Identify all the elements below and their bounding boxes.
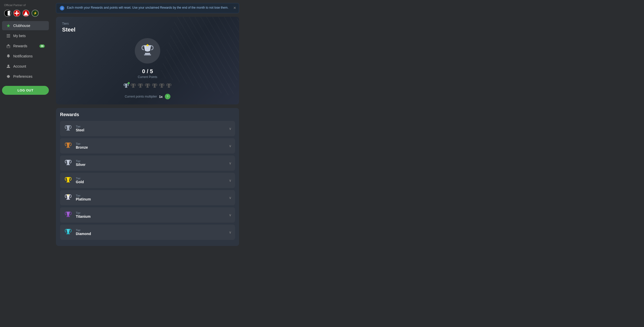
partner-logo-3 [22, 10, 30, 17]
partner-logo-southampton [13, 10, 20, 17]
trophy-icon-bronze [64, 141, 73, 150]
tier-row-platinum[interactable]: Tier Platinum ∨ [60, 190, 235, 205]
list-icon [6, 34, 11, 38]
tier-row-name-diamond: Diamond [76, 232, 226, 236]
sidebar-label-clubhouse: Clubhouse [13, 24, 30, 28]
sidebar-item-preferences[interactable]: Preferences [2, 72, 49, 81]
svg-rect-41 [67, 198, 69, 199]
sidebar-label-my-bets: My bets [13, 34, 26, 38]
svg-rect-36 [66, 147, 70, 148]
tier-trophy-7 [166, 83, 172, 90]
main-content: i Each month your Rewards and points wil… [51, 0, 244, 327]
trophy-icon-gold [64, 176, 73, 185]
sidebar-label-rewards: Rewards [13, 44, 27, 48]
sidebar-item-notifications[interactable]: Notifications [2, 52, 49, 61]
svg-rect-39 [67, 181, 69, 182]
sidebar-item-account[interactable]: Account [2, 62, 49, 71]
logout-button[interactable]: LOG OUT [2, 86, 49, 95]
partner-logo-newcastle [4, 10, 11, 17]
tier-row-name-bronze: Bronze [76, 145, 226, 149]
points-display: 0 / 5 Current Points [62, 68, 233, 79]
svg-rect-44 [67, 215, 69, 216]
svg-rect-8 [7, 36, 10, 36]
tier-info-bronze: Tier Bronze [76, 142, 226, 149]
tier-row-label-platinum: Tier [76, 194, 226, 197]
tier-row-name-titanium: Titanium [76, 214, 226, 219]
trophy-active-dot [128, 82, 130, 84]
svg-marker-6 [7, 24, 10, 27]
tier-label: Tiers [62, 22, 233, 25]
tier-row-bronze[interactable]: Tier Bronze ∨ [60, 138, 235, 153]
chevron-down-icon-steel: ∨ [229, 127, 231, 131]
tier-row-label-gold: Tier [76, 177, 226, 180]
chevron-down-icon-diamond: ∨ [229, 230, 231, 234]
trophy-icon-titanium [64, 210, 73, 220]
svg-rect-25 [147, 86, 148, 87]
sidebar-label-account: Account [13, 64, 26, 68]
rewards-title: Rewards [60, 112, 235, 117]
gift-icon [6, 44, 11, 48]
svg-rect-47 [66, 233, 70, 234]
chevron-down-icon-titanium: ∨ [229, 213, 231, 217]
info-banner: i Each month your Rewards and points wil… [56, 3, 239, 13]
user-icon [6, 64, 11, 69]
chevron-down-icon-silver: ∨ [229, 161, 231, 165]
chevron-down-icon-gold: ∨ [229, 178, 231, 182]
tier-info-titanium: Tier Titanium [76, 211, 226, 219]
tier-info-gold: Tier Gold [76, 177, 226, 184]
star-icon [6, 23, 11, 28]
multiplier-label: Current points multiplier [125, 95, 157, 98]
sidebar-item-rewards[interactable]: Rewards 36 [2, 41, 49, 51]
multiplier-row: Current points multiplier 1x ? [62, 94, 233, 99]
tier-row-silver[interactable]: Tier Silver ∨ [60, 155, 235, 171]
svg-rect-29 [161, 86, 163, 87]
svg-rect-20 [125, 87, 127, 88]
svg-rect-38 [66, 164, 70, 165]
close-icon[interactable]: ✕ [233, 6, 236, 10]
svg-rect-46 [67, 232, 69, 233]
sidebar-label-preferences: Preferences [13, 74, 32, 79]
svg-rect-4 [14, 13, 19, 14]
page-layout: Official Partner of ⚡ Clubhouse [0, 0, 644, 327]
tier-row-label-steel: Tier [76, 125, 226, 128]
sidebar-label-notifications: Notifications [13, 54, 33, 58]
trophy-icon-silver [64, 159, 73, 168]
tier-row-gold[interactable]: Tier Gold ∨ [60, 173, 235, 188]
svg-rect-1 [8, 11, 10, 15]
sidebar-item-clubhouse[interactable]: Clubhouse [2, 21, 49, 30]
rewards-section: Rewards Tier Steel ∨ [56, 108, 239, 246]
tier-name: Steel [62, 26, 233, 33]
trophy-circle [135, 38, 160, 64]
banner-text: Each month your Rewards and points will … [67, 6, 228, 9]
partner-logo-4: ⚡ [32, 10, 39, 17]
svg-rect-16 [144, 54, 151, 55]
svg-rect-9 [7, 37, 10, 37]
tiers-card: Tiers Steel 0 [56, 17, 239, 104]
tier-row-titanium[interactable]: Tier Titanium ∨ [60, 207, 235, 223]
svg-rect-42 [66, 199, 70, 200]
tier-row-diamond[interactable]: Tier Diamond ∨ [60, 225, 235, 240]
tier-row-name-steel: Steel [76, 128, 226, 132]
svg-rect-12 [8, 57, 9, 58]
svg-rect-33 [67, 129, 69, 130]
svg-marker-5 [24, 11, 28, 15]
tier-info-platinum: Tier Platinum [76, 194, 226, 201]
tier-row-label-bronze: Tier [76, 142, 226, 145]
svg-rect-45 [66, 216, 70, 217]
chevron-down-icon-platinum: ∨ [229, 196, 231, 200]
svg-rect-35 [67, 146, 69, 147]
tier-row-steel[interactable]: Tier Steel ∨ [60, 121, 235, 136]
tier-info-steel: Tier Steel [76, 125, 226, 132]
chevron-down-icon-bronze: ∨ [229, 144, 231, 148]
tier-trophy-6 [159, 83, 165, 90]
svg-rect-27 [154, 86, 155, 87]
trophy-icon-diamond [64, 228, 73, 237]
svg-rect-19 [125, 86, 127, 87]
svg-rect-11 [7, 46, 10, 48]
info-icon: i [60, 6, 64, 10]
svg-rect-32 [168, 87, 170, 88]
tier-trophy-5 [152, 83, 157, 90]
sidebar-item-my-bets[interactable]: My bets [2, 31, 49, 40]
svg-rect-30 [160, 87, 163, 88]
rewards-badge: 36 [39, 44, 45, 48]
